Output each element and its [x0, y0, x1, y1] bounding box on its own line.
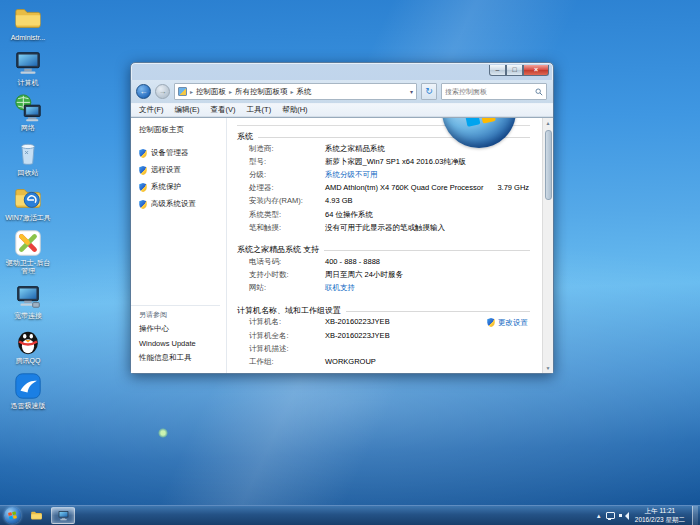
desktop: Administr... 计算机 网络 回收站 WIN7激活工具 驱动卫士-后台…	[0, 0, 700, 505]
icon-label: 回收站	[18, 169, 39, 177]
field-label: 电话号码:	[249, 257, 325, 267]
network-icon	[13, 93, 43, 123]
qq-penguin-icon	[13, 326, 43, 356]
scroll-down-icon[interactable]: ▼	[546, 363, 551, 373]
desktop-icon-win7-activator[interactable]: WIN7激活工具	[2, 183, 54, 222]
field-label: 系统类型:	[249, 210, 325, 220]
refresh-button[interactable]: ↻	[421, 83, 437, 100]
computer-icon	[13, 48, 43, 78]
windows-flag-icon	[7, 510, 18, 521]
breadcrumb-all-items[interactable]: 所有控制面板项	[235, 87, 288, 97]
uac-shield-icon	[139, 183, 147, 192]
desktop-icon-broadband[interactable]: 宽带连接	[2, 281, 54, 320]
scrollbar-thumb[interactable]	[545, 130, 552, 200]
field-value: 4.93 GB	[325, 196, 353, 206]
sidebar: 控制面板主页 设备管理器 远程设置 系统保护	[131, 118, 227, 373]
start-button[interactable]	[4, 507, 21, 524]
menu-view[interactable]: 查看(V)	[211, 105, 236, 115]
tray-expand-icon[interactable]: ▲	[596, 513, 602, 519]
field-value: 系统之家精品系统	[325, 144, 385, 154]
rating-unavailable-link[interactable]: 系统分级不可用	[325, 170, 378, 180]
taskbar-clock[interactable]: 上午 11:21 2016/2/23 星期二	[631, 507, 689, 523]
menu-edit[interactable]: 编辑(E)	[175, 105, 200, 115]
sidebar-item-home[interactable]: 控制面板主页	[139, 125, 226, 135]
info-row: 电话号码: 400 - 888 - 8888	[237, 255, 530, 268]
sidebar-item-performance-tools[interactable]: 性能信息和工具	[139, 353, 220, 363]
field-value: WORKGROUP	[325, 357, 376, 367]
menu-help[interactable]: 帮助(H)	[282, 105, 307, 115]
desktop-icon-recycle-bin[interactable]: 回收站	[2, 138, 54, 177]
search-input[interactable]	[445, 88, 535, 95]
desktop-icon-network[interactable]: 网络	[2, 93, 54, 132]
uac-shield-icon	[139, 166, 147, 175]
sidebar-item-windows-update[interactable]: Windows Update	[139, 339, 220, 348]
field-label: 笔和触摸:	[249, 223, 325, 233]
sidebar-item-action-center[interactable]: 操作中心	[139, 324, 220, 334]
field-label: 制造商:	[249, 144, 325, 154]
address-bar[interactable]: ▸ 控制面板 ▸ 所有控制面板项 ▸ 系统 ▾	[174, 83, 417, 100]
search-box[interactable]	[441, 83, 547, 100]
icon-label: 迅雷极速版	[11, 402, 46, 410]
scroll-up-icon[interactable]: ▲	[546, 118, 551, 128]
icon-label: 腾讯QQ	[16, 357, 41, 365]
breadcrumb-control-panel[interactable]: 控制面板	[196, 87, 226, 97]
sidebar-item-label: 系统保护	[151, 182, 181, 192]
taskbar-system-window-button[interactable]	[51, 507, 75, 524]
network-tray-icon[interactable]	[606, 512, 615, 520]
uac-shield-icon	[487, 318, 495, 327]
field-label: 支持小时数:	[249, 270, 325, 280]
field-label: 分级:	[249, 170, 325, 180]
field-value: 没有可用于此显示器的笔或触摸输入	[325, 223, 445, 233]
menu-tools[interactable]: 工具(T)	[247, 105, 272, 115]
info-row: 计算机描述:	[237, 342, 530, 355]
show-desktop-button[interactable]	[692, 506, 698, 525]
clock-date: 2016/2/23 星期二	[635, 516, 685, 524]
field-value: 64 位操作系统	[325, 210, 373, 220]
desktop-icon-computer[interactable]: 计算机	[2, 48, 54, 87]
field-value: 400 - 888 - 8888	[325, 257, 380, 267]
folder-icon	[13, 3, 43, 33]
sidebar-item-advanced-settings[interactable]: 高级系统设置	[139, 199, 226, 209]
uac-shield-icon	[139, 200, 147, 209]
change-settings-link[interactable]: 更改设置	[487, 318, 528, 328]
info-row: 支持小时数: 周日至周六 24小时服务	[237, 269, 530, 282]
icon-label: 宽带连接	[14, 312, 42, 320]
volume-tray-icon[interactable]	[619, 512, 628, 520]
chevron-down-icon[interactable]: ▾	[410, 88, 413, 95]
back-button[interactable]: ←	[136, 84, 151, 99]
close-button[interactable]: ×	[523, 65, 549, 76]
icon-label: 网络	[21, 124, 35, 132]
vertical-scrollbar[interactable]: ▲ ▼	[542, 118, 553, 373]
minimize-button[interactable]: –	[489, 65, 506, 76]
screen: Administr... 计算机 网络 回收站 WIN7激活工具 驱动卫士-后台…	[0, 0, 700, 525]
taskbar: ▲ 上午 11:21 2016/2/23 星期二	[0, 505, 700, 525]
desktop-icon-thunder[interactable]: 迅雷极速版	[2, 371, 54, 410]
title-bar[interactable]: – □ ×	[131, 63, 553, 80]
breadcrumb-system[interactable]: 系统	[297, 87, 312, 97]
field-label: 处理器:	[249, 183, 325, 193]
system-window-icon	[57, 509, 70, 522]
sidebar-item-system-protection[interactable]: 系统保护	[139, 182, 226, 192]
desktop-icon-admin-folder[interactable]: Administr...	[2, 3, 54, 42]
desktop-icon-qq[interactable]: 腾讯QQ	[2, 326, 54, 365]
online-support-link[interactable]: 联机支持	[325, 283, 355, 293]
desktop-icon-guard-app[interactable]: 驱动卫士-后台管理	[2, 228, 54, 275]
close-icon: ×	[534, 66, 538, 73]
sidebar-item-device-manager[interactable]: 设备管理器	[139, 148, 226, 158]
forward-button[interactable]: →	[155, 84, 170, 99]
menu-file[interactable]: 文件(F)	[139, 105, 164, 115]
desktop-icon-column: Administr... 计算机 网络 回收站 WIN7激活工具 驱动卫士-后台…	[2, 3, 54, 410]
section-header: 系统	[237, 131, 253, 142]
folder-tool-icon	[13, 183, 43, 213]
maximize-button[interactable]: □	[506, 65, 523, 76]
sidebar-item-remote-settings[interactable]: 远程设置	[139, 165, 226, 175]
taskbar-explorer-button[interactable]	[24, 507, 48, 524]
broadband-icon	[13, 281, 43, 311]
see-also-section: 另请参阅 操作中心 Windows Update 性能信息和工具	[131, 305, 220, 368]
sidebar-item-label: 高级系统设置	[151, 199, 196, 209]
field-value: AMD Athlon(tm) X4 760K Quad Core Process…	[325, 183, 483, 193]
change-settings-label: 更改设置	[498, 318, 528, 328]
chevron-right-icon: ▸	[190, 88, 193, 95]
chevron-right-icon: ▸	[291, 88, 294, 95]
section-header: 计算机名称、域和工作组设置	[237, 305, 341, 316]
